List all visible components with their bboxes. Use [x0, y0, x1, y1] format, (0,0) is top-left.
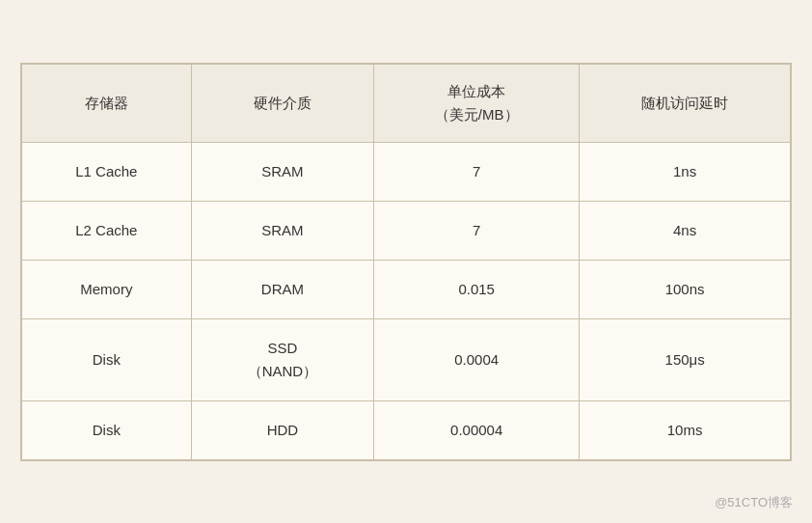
table-row: DiskSSD（NAND）0.0004150μs: [22, 318, 791, 400]
header-medium: 硬件介质: [191, 64, 374, 142]
main-table-container: 存储器 硬件介质 单位成本（美元/MB） 随机访问延时 L1 CacheSRAM…: [20, 63, 792, 461]
cell-storage: L2 Cache: [22, 201, 192, 260]
cell-medium: HDD: [191, 400, 374, 459]
cell-latency: 1ns: [580, 142, 791, 201]
table-row: L1 CacheSRAM71ns: [22, 142, 791, 201]
cell-medium: SRAM: [191, 201, 374, 260]
cell-latency: 4ns: [580, 201, 791, 260]
cell-cost: 0.015: [374, 260, 580, 318]
table-header-row: 存储器 硬件介质 单位成本（美元/MB） 随机访问延时: [22, 64, 791, 142]
storage-table: 存储器 硬件介质 单位成本（美元/MB） 随机访问延时 L1 CacheSRAM…: [21, 64, 791, 460]
cell-latency: 150μs: [580, 318, 791, 400]
cell-storage: Disk: [22, 318, 192, 400]
cell-latency: 100ns: [580, 260, 791, 318]
cell-medium: SSD（NAND）: [191, 318, 374, 400]
cell-cost: 0.00004: [374, 400, 580, 459]
cell-storage: Memory: [22, 260, 192, 318]
header-latency: 随机访问延时: [580, 64, 791, 142]
table-row: DiskHDD0.0000410ms: [22, 400, 791, 459]
cell-latency: 10ms: [580, 400, 791, 459]
cell-storage: Disk: [22, 400, 192, 459]
watermark-label: @51CTO博客: [715, 494, 793, 511]
table-row: L2 CacheSRAM74ns: [22, 201, 791, 260]
cell-storage: L1 Cache: [22, 142, 192, 201]
table-row: MemoryDRAM0.015100ns: [22, 260, 791, 318]
cell-medium: SRAM: [191, 142, 374, 201]
cell-cost: 0.0004: [374, 318, 580, 400]
cell-cost: 7: [374, 142, 580, 201]
cell-medium: DRAM: [191, 260, 374, 318]
cell-cost: 7: [374, 201, 580, 260]
header-cost: 单位成本（美元/MB）: [374, 64, 580, 142]
header-storage: 存储器: [22, 64, 192, 142]
